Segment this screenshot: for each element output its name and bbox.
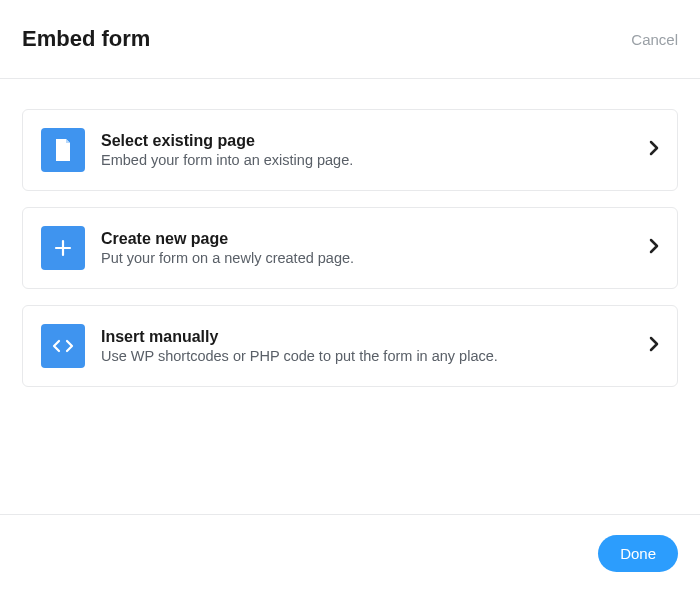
options-list: Select existing page Embed your form int… [0, 79, 700, 407]
code-icon [41, 324, 85, 368]
chevron-right-icon [649, 140, 659, 160]
option-title: Select existing page [101, 132, 633, 150]
page-icon [41, 128, 85, 172]
plus-icon [41, 226, 85, 270]
option-description: Put your form on a newly created page. [101, 250, 633, 266]
option-insert-manually[interactable]: Insert manually Use WP shortcodes or PHP… [22, 305, 678, 387]
option-description: Embed your form into an existing page. [101, 152, 633, 168]
option-create-new-page[interactable]: Create new page Put your form on a newly… [22, 207, 678, 289]
chevron-right-icon [649, 336, 659, 356]
option-title: Insert manually [101, 328, 633, 346]
cancel-button[interactable]: Cancel [631, 31, 678, 48]
chevron-right-icon [649, 238, 659, 258]
option-description: Use WP shortcodes or PHP code to put the… [101, 348, 633, 364]
modal-footer: Done [0, 514, 700, 592]
done-button[interactable]: Done [598, 535, 678, 572]
option-select-existing-page[interactable]: Select existing page Embed your form int… [22, 109, 678, 191]
modal-header: Embed form Cancel [0, 0, 700, 79]
option-text: Select existing page Embed your form int… [101, 132, 633, 168]
option-text: Create new page Put your form on a newly… [101, 230, 633, 266]
modal-title: Embed form [22, 26, 150, 52]
option-text: Insert manually Use WP shortcodes or PHP… [101, 328, 633, 364]
option-title: Create new page [101, 230, 633, 248]
